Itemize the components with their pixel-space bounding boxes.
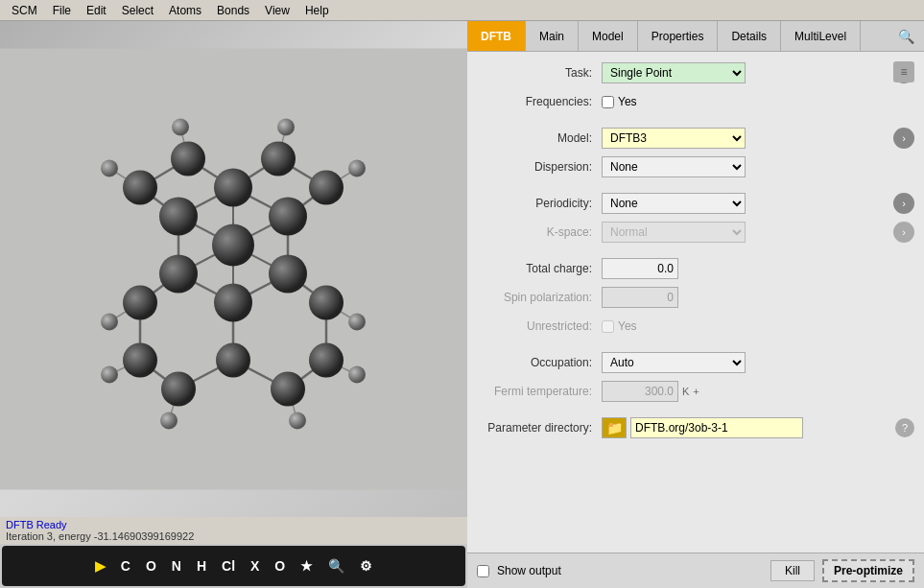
svg-point-45 [261,142,296,176]
fermi-temp-label: Fermi temperature: [477,385,602,398]
search-icon[interactable]: 🔍 [888,25,924,48]
menubar: SCM File Edit Select Atoms Bonds View He… [0,0,924,21]
frequencies-control: Yes [602,95,914,108]
kspace-control: Normal [602,222,889,243]
molecule-viewport[interactable] [0,21,467,517]
help-icon[interactable]: ? [895,418,914,437]
unrestricted-checkbox[interactable] [602,320,614,333]
svg-point-63 [101,314,118,331]
unrestricted-label: Unrestricted: [477,319,602,333]
tab-details[interactable]: Details [718,21,781,51]
toolbar-arrow[interactable]: ▶ [91,556,109,576]
dispersion-select[interactable]: None D3-BJ D3 [602,156,746,177]
toolbar-cl[interactable]: Cl [218,556,239,576]
svg-point-61 [160,412,178,430]
param-dir-control: 📁 [602,417,891,438]
svg-point-51 [161,372,196,407]
tab-dftb[interactable]: DFTB [467,21,526,51]
task-label: Task: [477,66,602,80]
tab-multilevel[interactable]: MultiLevel [781,21,861,51]
menu-edit[interactable]: Edit [79,3,114,18]
toolbar-n[interactable]: N [168,556,185,576]
toolbar-o[interactable]: O [142,556,160,576]
molecule-panel: DFTB Ready Iteration 3, energy -31.14690… [0,21,467,588]
status-bar: DFTB Ready Iteration 3, energy -31.14690… [0,517,467,544]
total-charge-control [602,258,914,279]
toolbar-gear[interactable]: ⚙ [356,556,376,576]
kill-button[interactable]: Kill [770,560,815,581]
tabs-bar: DFTB Main Model Properties Details Multi… [467,21,924,52]
periodicity-label: Periodicity: [477,197,602,210]
occupation-select[interactable]: Auto Fermi Linear Fixed [602,352,746,373]
param-dir-input[interactable] [630,417,803,438]
kspace-row: K-space: Normal › [477,221,914,244]
param-dir-row: Parameter directory: 📁 ? [477,416,914,439]
toolbar-o2[interactable]: O [271,556,289,576]
svg-point-50 [216,343,250,378]
settings-menu-icon[interactable]: ≡ [893,61,914,82]
settings-inner: ≡ Task: Single Point Geometry Optimizati… [477,61,914,439]
menu-select[interactable]: Select [114,3,161,18]
task-row: Task: Single Point Geometry Optimization… [477,61,914,84]
menu-help[interactable]: Help [297,3,337,18]
tab-properties[interactable]: Properties [638,21,719,51]
svg-point-38 [212,224,254,267]
menu-bonds[interactable]: Bonds [209,3,257,18]
folder-icon[interactable]: 📁 [602,417,627,438]
toolbar-h[interactable]: H [193,556,210,576]
tab-model[interactable]: Model [579,21,638,51]
task-select[interactable]: Single Point Geometry Optimization Frequ… [602,62,746,83]
spin-pol-row: Spin polarization: [477,286,914,309]
svg-point-54 [123,171,157,205]
total-charge-row: Total charge: [477,257,914,280]
spin-pol-label: Spin polarization: [477,291,602,304]
svg-point-53 [123,286,157,320]
svg-point-58 [348,314,366,331]
settings-panel: DFTB Main Model Properties Details Multi… [467,21,924,588]
svg-point-60 [289,412,306,430]
toolbar-c[interactable]: C [117,556,134,576]
menu-scm[interactable]: SCM [4,3,45,18]
model-row: Model: DFTB3 DFTB2 DFTB1 › [477,127,914,150]
fermi-temp-input[interactable] [602,381,678,402]
show-output-checkbox[interactable] [477,565,489,577]
kspace-select[interactable]: Normal [602,222,746,243]
model-control: DFTB3 DFTB2 DFTB1 [602,128,889,149]
svg-point-52 [123,343,157,378]
frequencies-checkbox[interactable] [602,96,614,108]
spin-pol-input[interactable] [602,287,678,308]
iteration-status: Iteration 3, energy -31.14690399169922 [6,530,462,542]
preopt-button[interactable]: Pre-optimize [822,559,914,582]
tab-main[interactable]: Main [526,21,579,51]
model-arrow[interactable]: › [893,128,914,149]
total-charge-input[interactable] [602,258,678,279]
menu-atoms[interactable]: Atoms [161,3,209,18]
fermi-temp-unit: K [682,386,689,397]
param-dir-label: Parameter directory: [477,421,602,435]
model-select[interactable]: DFTB3 DFTB2 DFTB1 [602,128,746,149]
dispersion-label: Dispersion: [477,160,602,174]
toolbar-star[interactable]: ★ [296,556,317,576]
fermi-temp-unit2: + [693,386,699,397]
frequencies-label: Frequencies: [477,95,602,108]
svg-point-41 [269,255,307,294]
dispersion-control: None D3-BJ D3 [602,156,914,177]
toolbar-search[interactable]: 🔍 [324,556,348,576]
menu-view[interactable]: View [257,3,297,18]
periodicity-row: Periodicity: None 1D 2D 3D › [477,192,914,215]
toolbar-x[interactable]: X [247,556,263,576]
unrestricted-control: Yes [602,319,914,333]
svg-point-46 [309,171,344,205]
unrestricted-yes-label: Yes [618,319,637,333]
fermi-temp-row: Fermi temperature: K + [477,380,914,403]
frequencies-yes-label: Yes [618,95,637,108]
total-charge-label: Total charge: [477,262,602,275]
bottom-bar: Show output Kill Pre-optimize [467,553,924,588]
occupation-control: Auto Fermi Linear Fixed [602,352,914,373]
svg-point-47 [309,286,344,320]
kspace-arrow[interactable]: › [893,222,914,243]
periodicity-select[interactable]: None 1D 2D 3D [602,193,746,214]
settings-content: ≡ Task: Single Point Geometry Optimizati… [467,52,924,553]
periodicity-arrow[interactable]: › [893,193,914,214]
menu-file[interactable]: File [45,3,79,18]
